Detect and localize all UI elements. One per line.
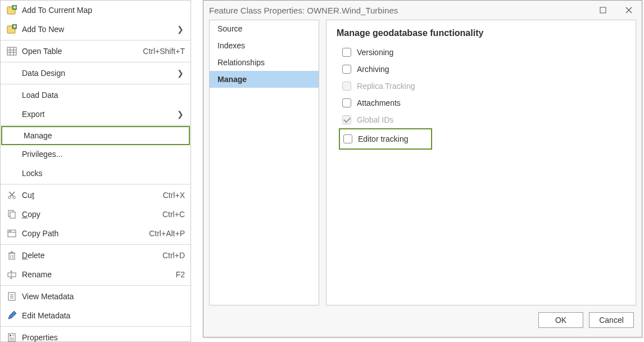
- menu-copy[interactable]: Copy Ctrl+C: [1, 205, 191, 224]
- cancel-button[interactable]: Cancel: [589, 312, 634, 328]
- menu-separator: [1, 184, 191, 184]
- menu-label: Copy Path: [22, 229, 143, 238]
- menu-copy-path[interactable]: Copy Path Ctrl+Alt+P: [1, 224, 191, 243]
- blank-icon: [5, 166, 19, 180]
- dialog-content: Manage geodatabase functionality Version…: [326, 20, 636, 305]
- menu-label: Load Data: [22, 91, 185, 100]
- context-menu: Add To Current Map Add To New ❯ Open Tab…: [0, 0, 191, 342]
- copy-icon: [5, 208, 19, 221]
- ok-button[interactable]: OK: [538, 312, 583, 328]
- tab-manage[interactable]: Manage: [210, 71, 319, 88]
- menu-shortcut: F2: [176, 270, 185, 279]
- checkbox-icon[interactable]: [342, 48, 351, 57]
- view-metadata-icon: [5, 290, 19, 303]
- tab-source[interactable]: Source: [210, 20, 319, 37]
- chevron-right-icon: ❯: [176, 110, 185, 119]
- menu-delete[interactable]: Delete Ctrl+D: [1, 246, 191, 265]
- menu-shortcut: Ctrl+Shift+T: [143, 47, 185, 56]
- feature-class-properties-dialog: Feature Class Properties: OWNER.Wind_Tur…: [203, 0, 642, 338]
- trash-icon: [5, 249, 19, 262]
- checkbox-label: Editor tracking: [358, 134, 408, 143]
- tab-relationships[interactable]: Relationships: [210, 54, 319, 71]
- maximize-button[interactable]: [590, 1, 616, 19]
- menu-separator: [1, 84, 191, 84]
- svg-point-13: [8, 196, 11, 199]
- menu-label: Privileges...: [22, 150, 185, 159]
- checkbox-label: Replica Tracking: [357, 82, 415, 91]
- check-editor-tracking[interactable]: Editor tracking: [339, 128, 432, 150]
- checkbox-label: Attachments: [357, 98, 401, 107]
- blank-icon: [7, 129, 20, 142]
- menu-label: Properties: [22, 333, 185, 342]
- checkbox-icon: [342, 82, 351, 91]
- menu-add-to-current-map[interactable]: Add To Current Map: [1, 1, 191, 20]
- menu-view-metadata[interactable]: View Metadata: [1, 287, 191, 306]
- add-map-icon: [5, 22, 19, 36]
- tab-indexes[interactable]: Indexes: [210, 37, 319, 54]
- menu-label: Manage: [24, 131, 183, 140]
- menu-load-data[interactable]: Load Data: [1, 86, 191, 105]
- open-table-icon: [5, 44, 19, 58]
- menu-label: Data Design: [22, 69, 176, 78]
- dialog-tab-list: Source Indexes Relationships Manage: [209, 20, 319, 305]
- menu-shortcut: Ctrl+X: [163, 191, 185, 200]
- blank-icon: [5, 147, 19, 161]
- svg-rect-27: [8, 273, 16, 277]
- menu-privileges[interactable]: Privileges...: [1, 145, 191, 164]
- menu-separator: [1, 40, 191, 40]
- blank-icon: [5, 88, 19, 102]
- chevron-right-icon: ❯: [176, 69, 185, 78]
- menu-label: Cut: [22, 191, 157, 200]
- menu-label: Edit Metadata: [22, 311, 185, 320]
- menu-label: Add To New: [22, 25, 176, 34]
- chevron-right-icon: ❯: [176, 25, 185, 34]
- dialog-footer: OK Cancel: [203, 305, 642, 335]
- add-map-icon: [5, 3, 19, 17]
- close-button[interactable]: [616, 1, 642, 19]
- menu-label: Rename: [22, 270, 170, 279]
- menu-separator: [1, 326, 191, 327]
- dialog-title: Feature Class Properties: OWNER.Wind_Tur…: [209, 6, 590, 15]
- rename-icon: [5, 268, 19, 281]
- menu-separator: [1, 244, 191, 245]
- menu-shortcut: Ctrl+D: [162, 251, 185, 260]
- menu-label: Export: [22, 110, 176, 119]
- menu-shortcut: Ctrl+C: [162, 210, 185, 219]
- check-attachments[interactable]: Attachments: [337, 94, 625, 111]
- check-archiving[interactable]: Archiving: [337, 61, 625, 78]
- menu-add-to-new[interactable]: Add To New ❯: [1, 20, 191, 39]
- menu-locks[interactable]: Locks: [1, 164, 191, 183]
- checkbox-label: Global IDs: [357, 115, 393, 124]
- check-versioning[interactable]: Versioning: [337, 44, 625, 61]
- copy-path-icon: [5, 227, 19, 240]
- menu-edit-metadata[interactable]: Edit Metadata: [1, 306, 191, 325]
- menu-data-design[interactable]: Data Design ❯: [1, 64, 191, 83]
- checkbox-icon: [342, 115, 351, 124]
- menu-label: Locks: [22, 169, 185, 178]
- menu-export[interactable]: Export ❯: [1, 105, 191, 124]
- menu-label: Open Table: [22, 47, 137, 56]
- properties-icon: [5, 331, 19, 342]
- menu-label: Delete: [22, 251, 157, 260]
- menu-separator: [1, 285, 191, 286]
- menu-manage[interactable]: Manage: [1, 126, 190, 145]
- svg-rect-36: [10, 335, 11, 336]
- menu-label: Copy: [22, 210, 157, 219]
- menu-label: View Metadata: [22, 292, 185, 301]
- svg-rect-40: [600, 7, 606, 13]
- menu-properties[interactable]: Properties: [1, 328, 191, 342]
- svg-rect-35: [8, 334, 15, 341]
- menu-separator: [1, 62, 191, 62]
- pencil-icon: [5, 309, 19, 322]
- checkbox-icon[interactable]: [342, 65, 351, 74]
- svg-rect-22: [9, 253, 15, 259]
- svg-rect-18: [10, 212, 15, 218]
- blank-icon: [5, 107, 19, 121]
- menu-open-table[interactable]: Open Table Ctrl+Shift+T: [1, 42, 191, 61]
- menu-cut[interactable]: Cut Ctrl+X: [1, 186, 191, 205]
- menu-shortcut: Ctrl+Alt+P: [149, 229, 185, 238]
- checkbox-icon[interactable]: [343, 134, 352, 143]
- checkbox-icon[interactable]: [342, 98, 351, 107]
- menu-separator: [1, 125, 191, 125]
- menu-rename[interactable]: Rename F2: [1, 265, 191, 284]
